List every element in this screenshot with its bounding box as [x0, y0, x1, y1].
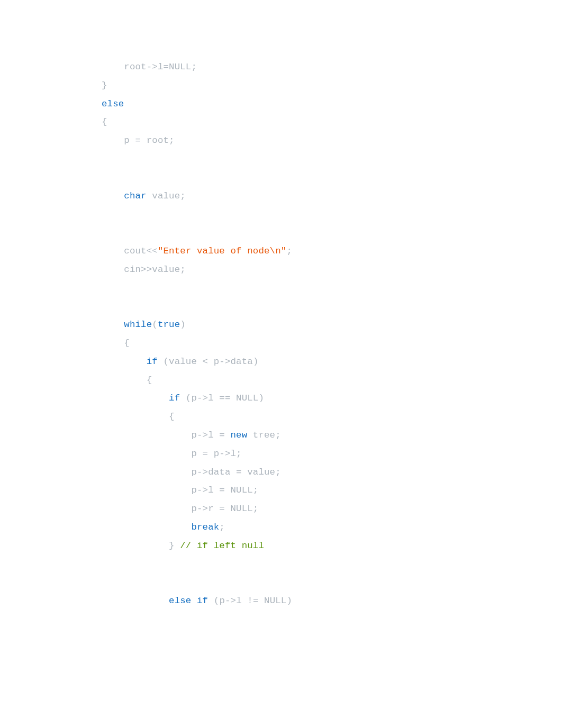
code-line [102, 574, 562, 592]
indent [102, 265, 124, 275]
code-token: p = root; [124, 135, 174, 145]
indent [102, 430, 191, 440]
code-token: { [102, 117, 107, 127]
code-line: { [102, 113, 562, 132]
code-token: } [102, 80, 107, 90]
code-line: p->l = new tree; [102, 426, 562, 445]
code-token: p->l != NULL [219, 596, 286, 606]
code-line: char value; [102, 187, 562, 206]
code-token: "Enter value of node\n" [158, 246, 286, 256]
code-token: while [124, 320, 152, 330]
code-line: { [102, 371, 562, 390]
indent [102, 357, 147, 367]
code-token [180, 393, 186, 403]
code-line [102, 224, 562, 242]
code-token: if [169, 393, 180, 403]
code-token: else [169, 596, 191, 606]
indent [102, 338, 124, 348]
code-line: root->l=NULL; [102, 58, 562, 77]
indent [102, 596, 169, 606]
code-token [191, 596, 197, 606]
code-token: ; [219, 522, 225, 532]
code-line: else [102, 95, 562, 114]
indent [102, 375, 147, 385]
code-line [102, 169, 562, 187]
code-line: p->data = value; [102, 463, 562, 482]
code-token: { [124, 338, 130, 348]
indent [102, 412, 169, 422]
code-token: // if left null [180, 541, 264, 551]
code-line: cout<<"Enter value of node\n"; [102, 242, 562, 261]
code-token: ( [186, 393, 192, 403]
code-line: p->l = NULL; [102, 481, 562, 500]
code-token: { [147, 375, 152, 385]
code-line: { [102, 408, 562, 426]
code-line: if (value < p->data) [102, 353, 562, 371]
code-token: p->l = [191, 430, 230, 440]
indent [102, 135, 124, 145]
indent [102, 320, 124, 330]
code-token: root->l=NULL; [124, 62, 197, 72]
code-line [102, 279, 562, 298]
code-line: { [102, 334, 562, 353]
code-line [102, 150, 562, 169]
code-token: cout<< [124, 246, 158, 256]
code-token: p = p->l; [191, 449, 241, 459]
code-line: else if (p->l != NULL) [102, 592, 562, 611]
code-token: tree; [247, 430, 281, 440]
code-token [175, 541, 180, 551]
code-token: ( [163, 357, 169, 367]
indent [102, 467, 191, 477]
code-line: if (p->l == NULL) [102, 389, 562, 408]
indent [102, 246, 124, 256]
code-line: } [102, 77, 562, 95]
code-line [102, 556, 562, 574]
code-token: ( [152, 320, 158, 330]
code-token: value; [147, 191, 186, 201]
code-line: cin>>value; [102, 261, 562, 279]
indent [102, 449, 191, 459]
code-token: { [169, 412, 175, 422]
code-token: ; [286, 246, 292, 256]
code-token: char [124, 191, 146, 201]
code-block: root->l=NULL;}else{ p = root; char value… [102, 58, 562, 611]
code-token: cin>>value; [124, 265, 185, 275]
code-token: p->data = value; [191, 467, 280, 477]
code-token: p->l == NULL [191, 393, 258, 403]
code-token: new [231, 430, 248, 440]
code-token: p->l = NULL; [191, 485, 258, 495]
code-token: p->r = NULL; [191, 504, 258, 514]
indent [102, 541, 169, 551]
code-token: true [158, 320, 180, 330]
code-token: ) [286, 596, 292, 606]
code-line: while(true) [102, 316, 562, 334]
code-token: value < p->data [169, 357, 253, 367]
indent [102, 485, 191, 495]
code-line: p = p->l; [102, 445, 562, 463]
code-line: p = root; [102, 132, 562, 150]
indent [102, 393, 169, 403]
code-token: if [197, 596, 208, 606]
code-token: ) [253, 357, 259, 367]
code-token: if [147, 357, 158, 367]
code-token: ) [258, 393, 264, 403]
indent [102, 504, 191, 514]
code-line [102, 297, 562, 316]
code-line: p->r = NULL; [102, 500, 562, 518]
code-token: else [102, 99, 124, 109]
code-line [102, 205, 562, 224]
code-line: } // if left null [102, 537, 562, 556]
code-token [158, 357, 164, 367]
code-line: break; [102, 518, 562, 537]
code-token: ) [180, 320, 186, 330]
indent [102, 62, 124, 72]
code-token: break [191, 522, 219, 532]
indent [102, 522, 191, 532]
code-token: } [169, 541, 175, 551]
indent [102, 191, 124, 201]
code-token: ( [214, 596, 220, 606]
code-token [208, 596, 214, 606]
